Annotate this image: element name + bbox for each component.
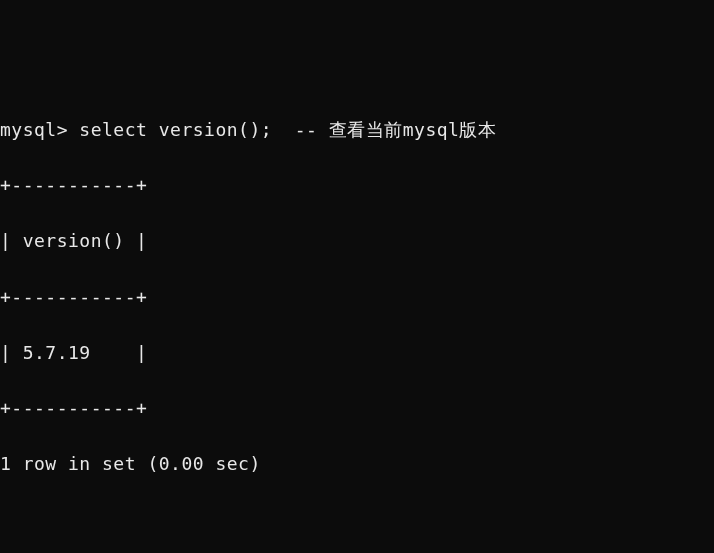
sql-command: select version(); -- 查看当前mysql版本 xyxy=(79,119,496,140)
table-border: +-----------+ xyxy=(0,283,714,311)
mysql-prompt: mysql> xyxy=(0,119,79,140)
table-header-row: | version() | xyxy=(0,227,714,255)
blank-line xyxy=(0,506,714,534)
table-border: +-----------+ xyxy=(0,394,714,422)
table-border: +-----------+ xyxy=(0,171,714,199)
table-data-row: | 5.7.19 | xyxy=(0,339,714,367)
result-footer: 1 row in set (0.00 sec) xyxy=(0,450,714,478)
query-line-1: mysql> select version(); -- 查看当前mysql版本 xyxy=(0,116,714,144)
